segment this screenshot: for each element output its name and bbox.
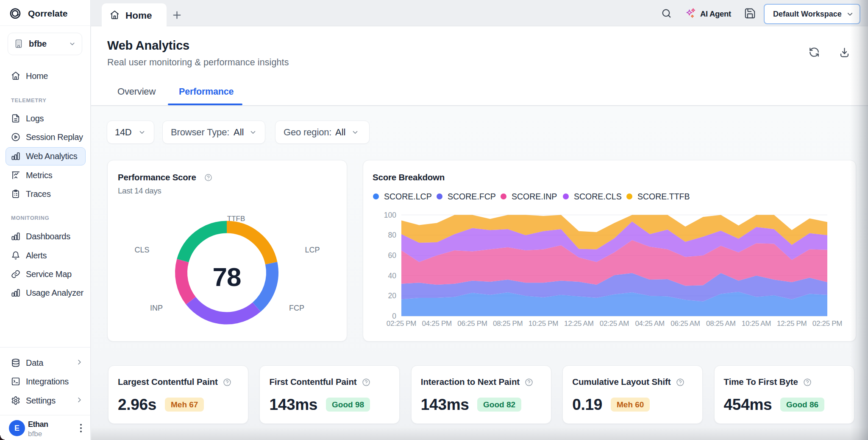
svg-text:02:25 PM: 02:25 PM [387, 319, 416, 328]
svg-text:04:25 AM: 04:25 AM [635, 319, 664, 328]
svg-text:02:25 AM: 02:25 AM [600, 319, 629, 328]
svg-text:08:25 AM: 08:25 AM [706, 319, 735, 328]
svg-text:0: 0 [392, 312, 396, 320]
svg-text:04:25 PM: 04:25 PM [422, 319, 452, 328]
svg-text:40: 40 [388, 272, 397, 280]
svg-text:10:25 PM: 10:25 PM [529, 319, 558, 328]
svg-text:60: 60 [388, 251, 397, 260]
svg-text:08:25 PM: 08:25 PM [493, 319, 523, 328]
svg-text:06:25 PM: 06:25 PM [457, 319, 487, 328]
svg-text:12:25 AM: 12:25 AM [564, 319, 593, 328]
svg-text:06:25 AM: 06:25 AM [670, 319, 700, 328]
svg-text:20: 20 [388, 291, 397, 300]
svg-text:02:25 PM: 02:25 PM [812, 319, 842, 328]
svg-text:10:25 AM: 10:25 AM [742, 319, 771, 328]
svg-text:100: 100 [384, 211, 396, 219]
svg-text:12:25 PM: 12:25 PM [777, 319, 807, 328]
svg-text:80: 80 [388, 231, 397, 239]
